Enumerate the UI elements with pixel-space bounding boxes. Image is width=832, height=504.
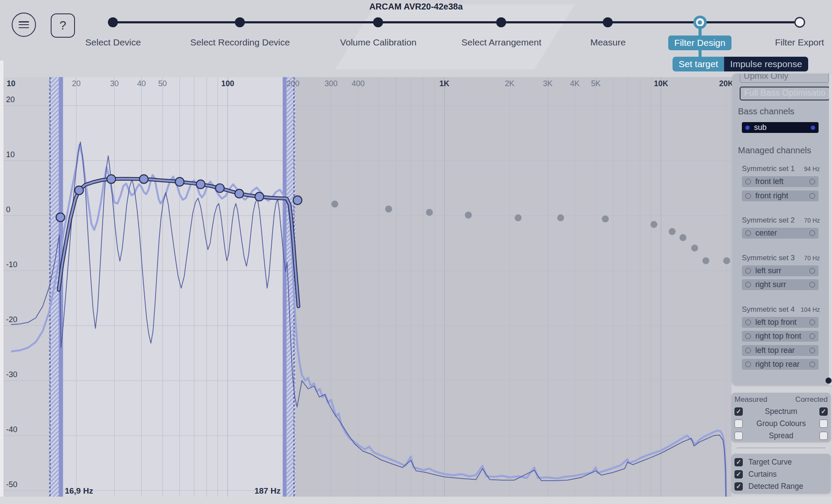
- toggle-row-target-curve: ✓Target Curve: [734, 457, 828, 467]
- step-dot-done[interactable]: [373, 17, 383, 27]
- checkbox-measured-spread[interactable]: [734, 432, 743, 440]
- bass-channel-row-sub[interactable]: sub: [742, 122, 819, 133]
- channel-row-left-surr[interactable]: left surr: [742, 265, 819, 276]
- checkbox-corrected-group-colours[interactable]: [819, 420, 828, 428]
- target-point-extended[interactable]: [679, 234, 686, 241]
- checkbox-corrected-spread[interactable]: [819, 432, 828, 440]
- channel-row-right-top-front[interactable]: right top front: [742, 331, 819, 342]
- help-button[interactable]: ?: [51, 13, 75, 38]
- channel-ring-left: [745, 230, 751, 236]
- button-upmix-only[interactable]: Upmix Only: [740, 74, 829, 83]
- channel-row-left-top-rear[interactable]: left top rear: [742, 345, 819, 356]
- menu-button[interactable]: [12, 13, 36, 37]
- target-control-point[interactable]: [196, 180, 205, 189]
- target-control-point[interactable]: [107, 175, 116, 184]
- set-crossover-freq: 104 Hz: [801, 306, 820, 313]
- channel-name: right top front: [755, 332, 809, 341]
- channel-row-right-top-rear[interactable]: right top rear: [742, 359, 819, 370]
- legend-divider: [737, 448, 826, 448]
- measured-column-label: Measured: [734, 395, 767, 404]
- target-control-point[interactable]: [215, 184, 224, 193]
- channel-ring-right: [809, 320, 815, 325]
- target-point-extended[interactable]: [515, 214, 522, 221]
- target-control-point[interactable]: [140, 175, 148, 184]
- target-control-point[interactable]: [255, 192, 264, 201]
- x-tick-1K: 1K: [439, 79, 449, 88]
- set-name: Symmetric set 2: [742, 216, 795, 225]
- page-title: ARCAM AVR20-42e38a: [0, 2, 832, 12]
- step-dot-done[interactable]: [603, 17, 613, 27]
- target-point-extended[interactable]: [465, 212, 472, 219]
- toggle-row-curtains: ✓Curtains: [734, 469, 828, 479]
- channel-row-right-surr[interactable]: right surr: [742, 279, 819, 290]
- channel-ring-right: [809, 193, 815, 199]
- x-tick-3K: 3K: [543, 79, 552, 88]
- target-point-extended[interactable]: [669, 228, 676, 235]
- checkbox-measured-spectrum[interactable]: ✓: [734, 407, 743, 416]
- target-point-extended[interactable]: [650, 221, 657, 228]
- channel-panel: Upmix OnlyFull Bass OptimisatioBass chan…: [732, 74, 832, 385]
- target-point-extended[interactable]: [385, 206, 392, 213]
- checkbox-target-curve[interactable]: ✓: [734, 458, 743, 466]
- target-point-extended[interactable]: [702, 257, 709, 264]
- target-point-extended[interactable]: [426, 209, 433, 216]
- target-point-extended[interactable]: [332, 200, 338, 207]
- step-dot-pending[interactable]: [794, 17, 805, 28]
- x-tick-2K: 2K: [505, 79, 514, 88]
- target-point-extended[interactable]: [557, 214, 564, 221]
- channel-row-front-right[interactable]: front right: [742, 191, 819, 201]
- step-dot-done[interactable]: [108, 17, 118, 27]
- curtain-right-bar[interactable]: [283, 77, 286, 497]
- step-label-volume-calibration[interactable]: Volume Calibration: [340, 37, 416, 48]
- toggle-label: Curtains: [748, 470, 777, 479]
- step-label-select-arrangement[interactable]: Select Arrangement: [462, 37, 541, 48]
- channel-row-front-left[interactable]: front left: [742, 176, 819, 187]
- channel-row-left-top-front[interactable]: left top front: [742, 317, 819, 328]
- x-tick-5K: 5K: [591, 79, 601, 88]
- channel-ring-left: [745, 268, 751, 274]
- step-dot-done[interactable]: [235, 17, 245, 27]
- target-control-point[interactable]: [56, 213, 65, 222]
- button-full-bass-optimisatio[interactable]: Full Bass Optimisatio: [740, 87, 830, 100]
- target-point-extended[interactable]: [691, 245, 698, 252]
- target-point-extended[interactable]: [723, 257, 730, 264]
- set-name: Symmetric set 1: [742, 165, 795, 173]
- set-header-1: Symmetric set 194 Hz: [742, 165, 820, 173]
- target-control-point[interactable]: [176, 178, 184, 186]
- channel-name: left top front: [755, 318, 809, 327]
- step-label-select-recording-device[interactable]: Select Recording Device: [190, 37, 290, 48]
- step-label-filter-export[interactable]: Filter Export: [775, 37, 824, 48]
- x-tick-300: 300: [325, 79, 338, 88]
- panel-scrollbar-thumb[interactable]: [826, 378, 832, 384]
- channel-ring-right: [809, 179, 815, 184]
- tab-set-target[interactable]: Set target: [673, 57, 724, 71]
- set-crossover-freq: 70 Hz: [804, 255, 820, 262]
- y-tick-10: 10: [6, 150, 15, 159]
- step-label-filter-design[interactable]: Filter Design: [668, 36, 731, 50]
- tab-impulse-response[interactable]: Impulse response: [724, 57, 808, 71]
- checkbox-curtains[interactable]: ✓: [734, 470, 743, 478]
- set-header-3: Symmetric set 370 Hz: [742, 254, 820, 262]
- target-point-extended[interactable]: [602, 216, 609, 223]
- x-tick-40: 40: [137, 79, 146, 88]
- y-tick--10: -10: [6, 260, 17, 269]
- target-control-point[interactable]: [235, 189, 244, 198]
- managed-channels-label: Managed channels: [738, 145, 811, 155]
- panel-scrollbar-track[interactable]: [829, 74, 832, 385]
- channel-name: sub: [754, 123, 811, 132]
- target-control-point[interactable]: [293, 196, 302, 204]
- step-dot-done[interactable]: [496, 17, 506, 27]
- checkbox-measured-group-colours[interactable]: [734, 420, 743, 428]
- step-label-measure[interactable]: Measure: [590, 37, 626, 48]
- target-control-point[interactable]: [75, 186, 83, 195]
- step-dot-inner-ring: [696, 18, 704, 26]
- set-crossover-freq: 94 Hz: [804, 165, 820, 172]
- x-tick-400: 400: [351, 79, 364, 88]
- frequency-response-chart[interactable]: 10203040501002003004001K2K3K4K5K10K20K20…: [0, 0, 832, 504]
- x-tick-20K: 20K: [719, 79, 733, 88]
- checkbox-detected-range[interactable]: ✓: [734, 482, 743, 491]
- step-label-select-device[interactable]: Select Device: [85, 37, 141, 48]
- channel-row-center[interactable]: center: [742, 228, 819, 239]
- checkbox-corrected-spectrum[interactable]: ✓: [819, 407, 828, 416]
- toggle-label: Target Curve: [748, 458, 792, 467]
